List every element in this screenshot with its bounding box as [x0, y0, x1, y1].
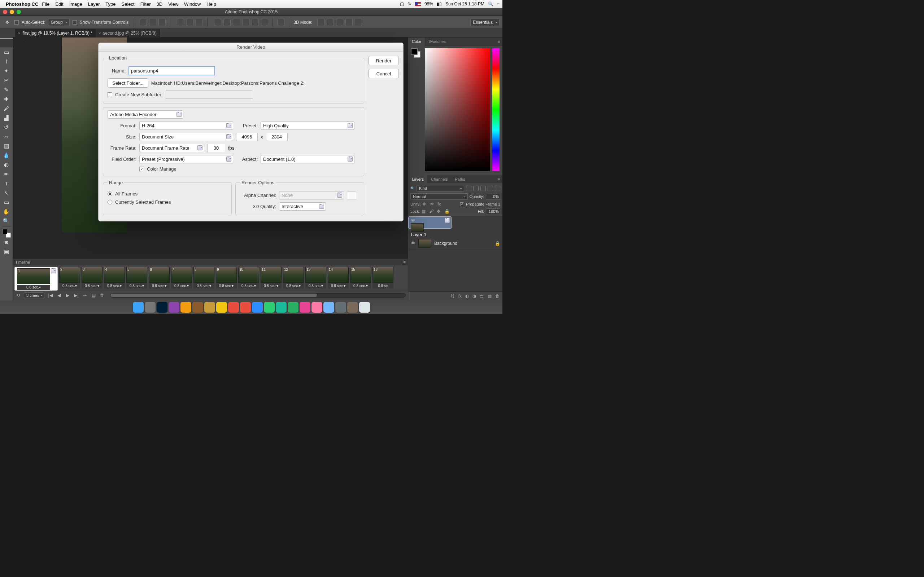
hue-slider[interactable]	[492, 48, 499, 171]
layer-thumbnail[interactable]	[411, 223, 424, 232]
delete-layer-icon[interactable]: 🗑	[495, 293, 499, 298]
dock-app-icon[interactable]	[216, 302, 227, 313]
timeline-frame[interactable]: 10.8 sec.▾	[15, 267, 58, 291]
menu-type[interactable]: Type	[105, 2, 115, 7]
lasso-tool-icon[interactable]: ⌇	[2, 57, 11, 66]
spotlight-icon[interactable]: 🔍	[488, 2, 493, 6]
timeline-frame[interactable]: 60.8 sec.▾	[149, 267, 170, 291]
3d-icon[interactable]	[317, 19, 325, 26]
eraser-tool-icon[interactable]: ▱	[2, 132, 11, 141]
align-icon[interactable]	[177, 19, 184, 26]
dock-app-icon[interactable]	[312, 302, 322, 313]
heal-tool-icon[interactable]: ✚	[2, 95, 11, 103]
tab-swatches[interactable]: Swatches	[425, 37, 449, 45]
first-frame-icon[interactable]: |◀	[47, 293, 53, 298]
filter-icon[interactable]	[473, 186, 478, 191]
timeline-frame[interactable]: 150.8 sec.▾	[350, 267, 371, 291]
size-dropdown[interactable]: Document Size	[139, 133, 233, 141]
dock-app-icon[interactable]	[168, 302, 179, 313]
width-field[interactable]	[236, 133, 258, 141]
auto-align-icon[interactable]	[277, 19, 284, 26]
color-field[interactable]	[425, 48, 490, 171]
wifi-icon[interactable]: ⚞	[407, 2, 412, 6]
menu-filter[interactable]: Filter	[141, 2, 151, 7]
dock-app-icon[interactable]	[323, 302, 334, 313]
menu-edit[interactable]: Edit	[55, 2, 63, 7]
encoder-dropdown[interactable]: Adobe Media Encoder	[108, 110, 183, 119]
auto-select-dropdown[interactable]: Group	[48, 19, 69, 26]
adjustment-icon[interactable]: ◑	[472, 293, 476, 298]
stamp-tool-icon[interactable]: ▟	[2, 113, 11, 122]
dock-app-icon[interactable]	[288, 302, 299, 313]
layer-name[interactable]: Background	[434, 241, 457, 246]
cancel-button[interactable]: Cancel	[368, 69, 399, 78]
distribute-icon[interactable]	[261, 19, 268, 26]
align-icon[interactable]	[158, 19, 166, 26]
create-subfolder-checkbox[interactable]	[108, 92, 112, 97]
panel-menu-icon[interactable]: ≡	[495, 177, 502, 181]
mask-icon[interactable]: ◐	[465, 293, 469, 298]
name-field[interactable]	[129, 66, 215, 76]
delete-frame-icon[interactable]: 🗑	[99, 293, 105, 298]
dodge-tool-icon[interactable]: ◐	[2, 160, 11, 169]
dock-app-icon[interactable]	[347, 302, 358, 313]
blend-mode-dropdown[interactable]: Normal	[410, 193, 468, 200]
timeline-frame[interactable]: 100.8 sec.▾	[238, 267, 259, 291]
dock-app-icon[interactable]	[145, 302, 155, 313]
distribute-icon[interactable]	[252, 19, 259, 26]
new-layer-icon[interactable]: ▤	[488, 293, 492, 298]
unify-position-icon[interactable]: ✥	[422, 201, 428, 206]
filter-icon[interactable]	[488, 186, 493, 191]
distribute-icon[interactable]	[214, 19, 221, 26]
menu-file[interactable]: File	[42, 2, 50, 7]
distribute-icon[interactable]	[223, 19, 231, 26]
distribute-icon[interactable]	[242, 19, 249, 26]
group-icon[interactable]: 🗀	[480, 293, 484, 298]
unify-visibility-icon[interactable]: 👁	[430, 201, 436, 206]
lock-pixels-icon[interactable]: ▦	[422, 209, 427, 214]
document-tab[interactable]: × first.jpg @ 19.5% (Layer 1, RGB/8) *	[15, 29, 96, 37]
format-dropdown[interactable]: H.264	[139, 121, 233, 130]
dock-app-icon[interactable]	[335, 302, 346, 313]
loop-dropdown[interactable]: 3 times	[24, 292, 44, 298]
tab-layers[interactable]: Layers	[408, 175, 427, 183]
filter-icon[interactable]	[466, 186, 472, 191]
menu-help[interactable]: Help	[207, 2, 216, 7]
align-icon[interactable]	[195, 19, 203, 26]
transform-controls-checkbox[interactable]	[73, 20, 77, 24]
fill-field[interactable]: 100%	[486, 208, 500, 214]
next-frame-icon[interactable]: ▶|	[73, 293, 79, 298]
all-frames-radio[interactable]	[108, 192, 112, 196]
aspect-dropdown[interactable]: Document (1.0)	[261, 155, 354, 163]
timeline-frame[interactable]: 160.8 se	[373, 267, 393, 291]
flag-icon[interactable]	[415, 2, 421, 6]
dock-app-icon[interactable]	[276, 302, 287, 313]
notification-icon[interactable]: ≡	[497, 2, 499, 6]
framerate-field[interactable]	[207, 144, 225, 152]
visibility-icon[interactable]: 👁	[410, 240, 415, 246]
distribute-icon[interactable]	[233, 19, 240, 26]
marquee-tool-icon[interactable]: ▭	[2, 48, 11, 56]
move-tool-icon[interactable]: ✥	[3, 18, 11, 27]
tab-color[interactable]: Color	[408, 37, 425, 45]
align-icon[interactable]	[149, 19, 156, 26]
tab-paths[interactable]: Paths	[452, 175, 469, 183]
tab-channels[interactable]: Channels	[427, 175, 451, 183]
propagate-checkbox[interactable]: ✓	[460, 202, 464, 206]
panel-menu-icon[interactable]: ≡	[495, 39, 502, 44]
dock-app-icon[interactable]	[133, 302, 144, 313]
menu-layer[interactable]: Layer	[88, 2, 100, 7]
fx-icon[interactable]: fx	[459, 293, 462, 298]
minimize-window-button[interactable]	[10, 10, 14, 14]
crop-tool-icon[interactable]: ✂	[2, 76, 11, 85]
duplicate-frame-icon[interactable]: ▤	[90, 293, 96, 298]
hand-tool-icon[interactable]: ✋	[2, 207, 11, 216]
dock-app-icon[interactable]	[192, 302, 203, 313]
battery-icon[interactable]: ▮▯	[437, 2, 442, 6]
layer-filter-dropdown[interactable]: Kind	[417, 185, 464, 192]
dock-app-icon[interactable]	[181, 302, 191, 313]
panel-menu-icon[interactable]: ≡	[404, 260, 406, 264]
tween-icon[interactable]: ⇢	[82, 293, 88, 298]
3d-icon[interactable]	[346, 19, 353, 26]
dock-app-icon[interactable]	[157, 302, 168, 313]
